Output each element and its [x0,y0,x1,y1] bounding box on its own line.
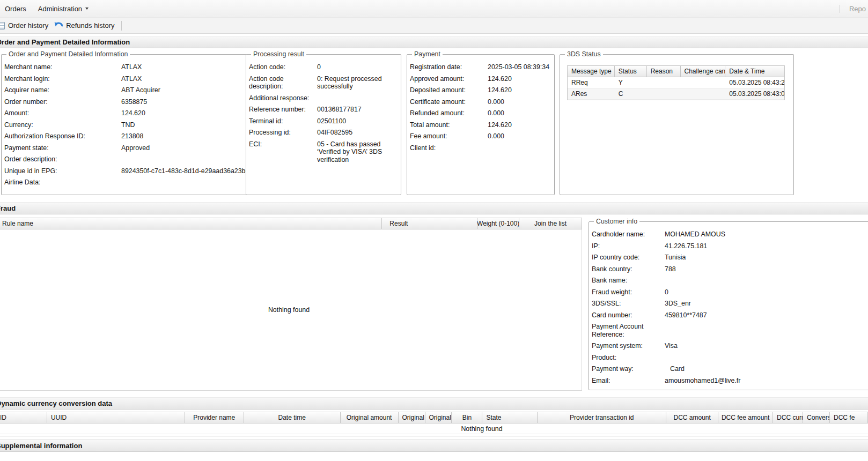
field-label: Refunded amount: [410,109,488,117]
tds-table-header: Message type Status Reason Challenge can… [567,65,785,77]
supplemental-section-title: Supplemental information [0,442,82,450]
menu-item-reports[interactable]: Repo [847,0,868,17]
field-value: Visa [665,342,868,350]
toolbar-separator [121,21,122,31]
field-row: Payment Account Reference: [592,323,868,338]
column-header-bin[interactable]: Bin [452,412,482,423]
menu-item-orders[interactable]: Orders [0,0,32,17]
field-label: ECI: [249,140,317,148]
field-label: Authorization Response ID: [4,132,121,140]
field-value: 124.620 [488,121,551,129]
field-label: Card number: [592,311,665,319]
refunds-history-label: Refunds history [66,21,114,29]
column-header-date-time[interactable]: Date & Time [725,66,784,77]
field-label: Deposited amount: [410,86,488,94]
field-row: 3DS/SSL:3DS_enr [592,300,868,308]
cell-challenge-cancel [681,88,726,99]
field-row: Approved amount:124.620 [410,75,551,83]
refunds-history-button[interactable]: Refunds history [53,19,119,32]
field-row: Reference number:001368177817 [249,106,398,114]
document-icon [0,22,5,29]
cell-status: Y [615,77,647,88]
field-row: Fraud weight:0 [592,288,868,296]
field-label: 3DS/SSL: [592,300,665,308]
cell-reason [647,77,681,88]
field-row: Payment way:Card [592,365,868,373]
column-header-join-the-list[interactable]: Join the list [519,218,582,229]
column-header-uuid[interactable]: UUID [47,412,185,423]
field-value: 05 - Card has passed ‘Verified by VISA’ … [317,140,398,164]
field-value: 0 [317,63,398,71]
column-header-original-fee[interactable]: Original f [399,412,425,423]
column-header-reason[interactable]: Reason [647,66,681,77]
field-value: amousmohamed1@live.fr [665,377,868,385]
field-value: 788 [665,265,868,273]
column-header-status[interactable]: Status [615,66,647,77]
field-row: Product: [592,354,868,362]
table-row[interactable]: RReq Y 05.03.2025 08:43:29 [568,77,784,88]
field-label: Merchant name: [4,63,121,71]
menu-item-label: Orders [5,5,26,13]
field-value: 02501100 [317,117,398,125]
column-header-result[interactable]: Result [382,218,477,229]
column-header-dcc-amount[interactable]: DCC amount [666,412,718,423]
field-label: Certificate amount: [410,98,488,106]
table-row[interactable]: ARes C 05.03.2025 08:43:09 [568,88,784,100]
column-header-state[interactable]: State [482,412,538,423]
field-value: Tunisia [665,254,868,262]
field-value: 3DS_enr [665,300,868,308]
field-row: Amount:124.620 [4,109,245,117]
fraud-section: Rule name Result Weight (0-100) Join the… [0,214,868,392]
column-header-message-type[interactable]: Message type [568,66,615,77]
payment-fieldset: Payment Registration date:2025-03-05 08:… [407,50,555,195]
column-header-challenge-cancel[interactable]: Challenge cancel [681,66,726,77]
customer-info-legend: Customer info [594,218,639,225]
field-label: Fraud weight: [592,288,665,296]
refund-arrow-icon [54,21,63,29]
page-title: Order and Payment Detailed Information [0,38,130,46]
field-value: 124.620 [488,86,551,94]
column-header-weight[interactable]: Weight (0-100) [477,218,519,229]
fraud-table: Rule name Result Weight (0-100) Join the… [0,218,582,391]
field-value: 8924350f-c7c1-483c-8d1d-e29aad36a23b [121,167,245,175]
column-header-provider-transaction-id[interactable]: Provider transaction id [538,412,666,423]
column-header-rule-name[interactable]: Rule name [0,218,382,229]
field-row: Card number:459810**7487 [592,311,868,319]
field-row: Bank country:788 [592,265,868,273]
field-row: Deposited amount:124.620 [410,86,551,94]
field-label: Bank name: [592,277,665,285]
column-header-conversion[interactable]: Conversi [803,412,830,423]
fraud-empty-text: Nothing found [268,306,310,314]
order-history-label: Order history [8,21,48,29]
supplemental-section-header: Supplemental information [0,440,868,452]
column-header-provider-name[interactable]: Provider name [185,412,244,423]
toolbar: Order history Refunds history [0,18,868,34]
column-header-dcc-fee-amount[interactable]: DCC fee amount [718,412,773,423]
tds-table-body: RReq Y 05.03.2025 08:43:29 ARes C 05.03.… [567,77,785,100]
field-label: Product: [592,354,665,362]
column-header-date-time[interactable]: Date time [244,412,341,423]
menu-item-administration[interactable]: Administration [32,0,94,17]
menubar-right: Repo [840,0,868,17]
order-info-fieldset: Order and Payment Detailed Information M… [1,50,248,195]
column-header-original-amount[interactable]: Original amount [341,412,399,423]
field-value: 0: Request processed successfully [317,75,398,91]
field-row: Acquirer name:ABT Acquirer [4,86,245,94]
chevron-down-icon [85,8,89,10]
field-value: Card [665,365,868,373]
column-header-original-currency[interactable]: Original c [425,412,452,423]
column-header-dcc-fee[interactable]: DCC fe [830,412,867,423]
field-value: MOHAMED AMOUS [665,230,868,239]
field-row: Fee amount:0.000 [410,132,551,140]
field-label: Additional response: [249,94,317,102]
column-header-dcc-currency[interactable]: DCC curr [773,412,803,423]
field-label: Fee amount: [410,132,488,140]
column-header-id[interactable]: ID [0,412,47,423]
field-label: Payment Account Reference: [592,323,665,338]
processing-result-fieldset: Processing result Action code:0 Action c… [246,50,401,195]
field-label: Email: [592,377,665,385]
field-value: 124.620 [488,75,551,83]
field-value: 0.000 [488,132,551,140]
order-history-button[interactable]: Order history [0,19,53,32]
field-value: 213808 [121,132,245,140]
